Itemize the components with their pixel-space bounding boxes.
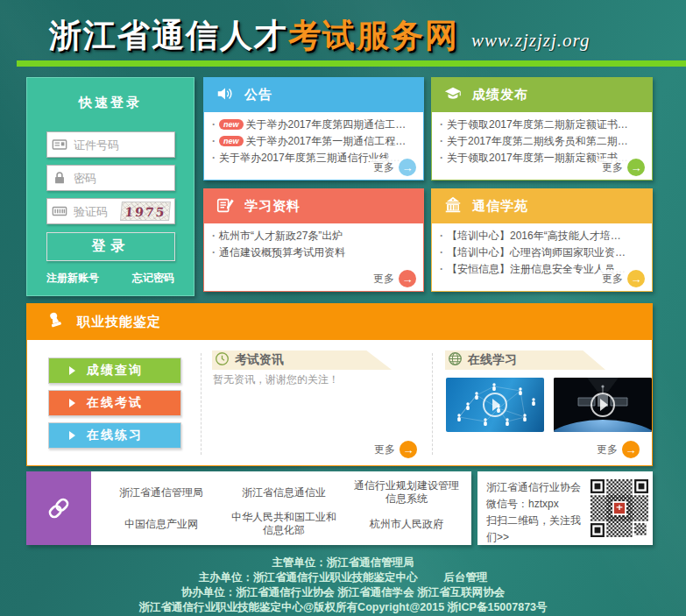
column-divider <box>201 353 202 455</box>
skill-section-header: 职业技能鉴定 <box>26 303 653 340</box>
more-label: 更多 <box>373 272 394 287</box>
captcha-icon <box>52 203 67 219</box>
wechat-panel: 浙江省通信行业协会 微信号：hztxpx 扫扫二维码，关注我们>> <box>477 471 653 545</box>
graduation-cap-icon <box>443 84 463 106</box>
login-links: 注册新账号 忘记密码 <box>27 271 194 286</box>
skill-section-title: 职业技能鉴定 <box>77 314 161 330</box>
new-badge: new <box>219 119 244 130</box>
wechat-org-name: 浙江省通信行业协会 <box>486 479 590 496</box>
video-thumbnail-satellite[interactable] <box>554 378 652 432</box>
id-number-input[interactable] <box>72 138 170 152</box>
news-item[interactable]: new关于举办2017年度第四期通信工… <box>212 117 418 133</box>
score-query-button[interactable]: 成绩查询 <box>48 358 181 384</box>
video-thumbnail-network[interactable] <box>446 378 544 432</box>
forgot-password-link[interactable]: 忘记密码 <box>132 271 174 286</box>
skill-section: 职业技能鉴定 成绩查询 在线考试 在线练习 考试资讯 暂无资讯，谢谢您的关注！ … <box>26 303 653 466</box>
scores-panel-title: 成绩发布 <box>472 87 528 103</box>
site-header: 浙江省通信人才考试服务网 www.zjzjzj.org <box>49 14 590 58</box>
page: 浙江省通信人才考试服务网 www.zjzjzj.org 快速登录 1975 登录 <box>0 0 686 616</box>
notice-panel: 公告 new关于举办2017年度第四期通信工… new关于举办2017年第一期通… <box>203 77 424 181</box>
footer-link[interactable]: 浙江省通信管理局 <box>100 486 223 499</box>
play-arrow-icon <box>69 399 75 407</box>
online-practice-button[interactable]: 在线练习 <box>48 422 181 449</box>
academy-panel-header: 通信学苑 <box>431 188 653 223</box>
site-title-main: 浙江省通信人才 <box>49 14 288 58</box>
more-arrow-icon <box>627 159 645 176</box>
online-learning-more-link[interactable]: 更多 <box>597 441 640 458</box>
news-item[interactable]: 【培训中心】2016年“高技能人才培… <box>440 228 647 244</box>
news-item-text: 关于举办2017年第一期通信工程… <box>246 135 407 147</box>
footer-organizer: 主办单位：浙江省通信行业职业技能鉴定中心 <box>199 571 418 584</box>
friendly-links-grid: 浙江省通信管理局 浙江省信息通信业 通信行业规划建设管理信息系统 中国信息产业网… <box>100 477 468 540</box>
footer-link[interactable]: 中国信息产业网 <box>100 518 223 531</box>
login-button[interactable]: 登录 <box>46 232 175 261</box>
footer-line-3: 协办单位：浙江省通信行业协会 浙江省通信学会 浙江省互联网协会 <box>0 585 686 600</box>
news-item[interactable]: 【培训中心】心理咨询师国家职业资… <box>440 244 647 261</box>
news-item[interactable]: 通信建设概预算考试用资料 <box>212 244 418 261</box>
more-label: 更多 <box>602 160 623 175</box>
new-badge: new <box>219 136 244 146</box>
scores-panel: 成绩发布 关于领取2017年度第二期新定额证书… 关于2017年度第二期线务员和… <box>431 77 653 181</box>
exam-news-more-link[interactable]: 更多 <box>374 441 417 458</box>
id-card-icon <box>52 137 67 152</box>
site-url: www.zjzjzj.org <box>471 30 590 52</box>
notice-panel-header: 公告 <box>203 77 424 112</box>
play-button-icon <box>591 393 615 417</box>
more-arrow-icon <box>622 441 640 458</box>
admin-login-link[interactable]: 后台管理 <box>444 571 488 584</box>
captcha-input[interactable] <box>72 204 121 219</box>
footer-link[interactable]: 杭州市人民政府 <box>345 518 468 531</box>
academy-more-link[interactable]: 更多 <box>598 270 645 287</box>
stamp-icon <box>45 310 66 334</box>
friendly-links-panel: 浙江省通信管理局 浙江省信息通信业 通信行业规划建设管理信息系统 中国信息产业网… <box>26 471 471 545</box>
academy-panel-title: 通信学苑 <box>472 198 528 215</box>
wechat-scan-hint: 扫扫二维码，关注我们>> <box>486 513 590 546</box>
id-number-field[interactable] <box>46 131 175 158</box>
footer-link[interactable]: 浙江省信息通信业 <box>223 486 345 499</box>
qr-code-image <box>591 479 648 537</box>
header-underline <box>17 60 686 67</box>
news-item-text: 杭州市“人才新政27条”出炉 <box>219 230 343 242</box>
study-panel-title: 学习资料 <box>244 198 301 215</box>
wechat-text: 浙江省通信行业协会 微信号：hztxpx 扫扫二维码，关注我们>> <box>486 479 590 546</box>
study-more-link[interactable]: 更多 <box>370 270 416 287</box>
study-panel-header: 学习资料 <box>203 188 424 223</box>
chain-link-icon <box>26 471 91 545</box>
footer-link[interactable]: 中华人民共和国工业和信息化部 <box>223 511 345 537</box>
news-item[interactable]: 关于领取2017年度第二期新定额证书… <box>440 117 647 133</box>
scores-panel-header: 成绩发布 <box>431 77 653 112</box>
clock-icon <box>215 351 230 369</box>
password-field[interactable] <box>46 165 175 191</box>
register-link[interactable]: 注册新账号 <box>46 271 99 286</box>
play-arrow-icon <box>69 366 75 375</box>
academy-panel: 通信学苑 【培训中心】2016年“高技能人才培… 【培训中心】心理咨询师国家职业… <box>431 188 653 292</box>
lock-icon <box>52 170 67 186</box>
more-label: 更多 <box>602 272 623 287</box>
pencil-notes-icon <box>216 195 235 217</box>
news-item[interactable]: new关于举办2017年第一期通信工程… <box>212 133 418 150</box>
exam-news-title: 考试资讯 <box>235 352 284 368</box>
captcha-field[interactable]: 1975 <box>46 198 175 224</box>
footer-line-4: 浙江省通信行业职业技能鉴定中心@版权所有Copyright@2015 浙ICP备… <box>0 600 686 615</box>
online-practice-label: 在线练习 <box>87 428 143 443</box>
news-item[interactable]: 关于2017年度第二期线务员和第二期… <box>440 133 647 150</box>
news-item-text: 关于领取2017年度第二期新定额证书… <box>447 118 628 131</box>
notice-more-link[interactable]: 更多 <box>370 159 416 176</box>
play-button-icon <box>483 393 507 417</box>
online-exam-label: 在线考试 <box>87 395 143 411</box>
footer-line-2: 主办单位：浙江省通信行业职业技能鉴定中心后台管理 <box>0 570 686 585</box>
news-item-text: 【培训中心】心理咨询师国家职业资… <box>447 246 626 258</box>
more-arrow-icon <box>400 441 417 458</box>
news-item[interactable]: 杭州市“人才新政27条”出炉 <box>212 228 418 244</box>
more-label: 更多 <box>373 160 394 175</box>
password-input[interactable] <box>72 171 170 186</box>
study-list: 杭州市“人才新政27条”出炉 通信建设概预算考试用资料 <box>212 228 418 261</box>
online-exam-button[interactable]: 在线考试 <box>48 390 181 416</box>
news-item-text: 关于2017年度第二期线务员和第二期… <box>447 135 628 147</box>
footer-line-1: 主管单位：浙江省通信管理局 <box>0 556 686 570</box>
scores-more-link[interactable]: 更多 <box>598 159 645 176</box>
site-title-accent: 考试服务网 <box>288 14 459 58</box>
captcha-image[interactable]: 1975 <box>120 202 171 221</box>
more-arrow-icon <box>627 270 645 287</box>
footer-link[interactable]: 通信行业规划建设管理信息系统 <box>345 479 468 506</box>
